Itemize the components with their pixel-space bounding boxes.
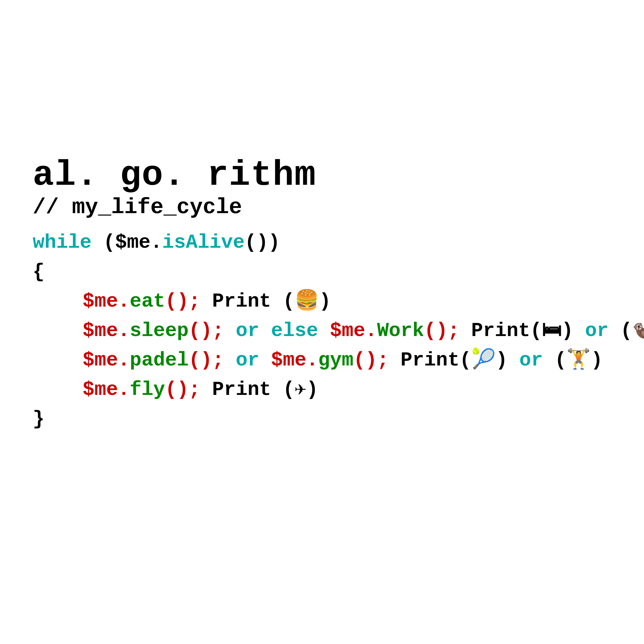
fly-line: $me.fly(); Print (✈️) <box>33 375 644 404</box>
gym-name: gym <box>318 349 353 371</box>
open-brace: { <box>33 261 44 283</box>
eat-parens: (); <box>165 290 201 313</box>
sleep-name: sleep <box>130 320 189 342</box>
gym-method: $me. <box>271 349 318 371</box>
comment-line: // my_life_cycle <box>33 195 644 220</box>
eat-name: eat <box>130 290 165 313</box>
padel-line: $me.padel(); or $me.gym(); Print(🎾) or (… <box>33 346 644 375</box>
padel-method: $me. <box>83 349 130 371</box>
work-parens: (); <box>424 320 459 342</box>
sleep-print2: (🦦) <box>620 320 644 342</box>
eat-line: $me.eat(); Print (🍔) <box>33 287 644 316</box>
fly-print: Print (✈️) <box>212 379 318 401</box>
while-paren-close: ()) <box>245 231 280 254</box>
fly-name: fly <box>130 379 165 401</box>
padel-or: or <box>236 349 271 371</box>
close-brace-line: } <box>33 404 644 434</box>
padel-parens: (); <box>189 349 224 371</box>
eat-print: Print (🍔) <box>212 290 331 313</box>
eat-method: $me. <box>83 290 130 313</box>
sleep-line: $me.sleep(); or else $me.Work(); Print(🛏… <box>33 316 644 346</box>
code-container: al. go. rithm // my_life_cycle while ($m… <box>33 156 644 434</box>
sleep-or: or else <box>236 320 330 342</box>
work-method: $me. <box>330 320 377 342</box>
fly-parens: (); <box>165 379 201 401</box>
page-title: al. go. rithm <box>33 156 644 195</box>
sleep-print: Print(🛏) <box>471 320 573 342</box>
while-condition: ($me. <box>92 231 162 254</box>
padel-or2: or <box>519 349 555 371</box>
keyword-while: while <box>33 231 92 254</box>
open-brace-line: { <box>33 257 644 287</box>
padel-print2: (🏋) <box>555 349 603 371</box>
sleep-method: $me. <box>83 320 130 342</box>
gym-parens: (); <box>353 349 389 371</box>
code-block: while ($me.isAlive()) { $me.eat(); Print… <box>33 228 644 434</box>
padel-print: Print(🎾) <box>401 349 507 371</box>
isAlive-method: isAlive <box>162 231 244 254</box>
sleep-or2: or <box>585 320 621 342</box>
close-brace: } <box>33 408 44 430</box>
padel-name: padel <box>130 349 189 371</box>
while-line: while ($me.isAlive()) <box>33 228 644 257</box>
work-name: Work <box>377 320 424 342</box>
fly-method: $me. <box>83 379 130 401</box>
sleep-parens: (); <box>189 320 224 342</box>
